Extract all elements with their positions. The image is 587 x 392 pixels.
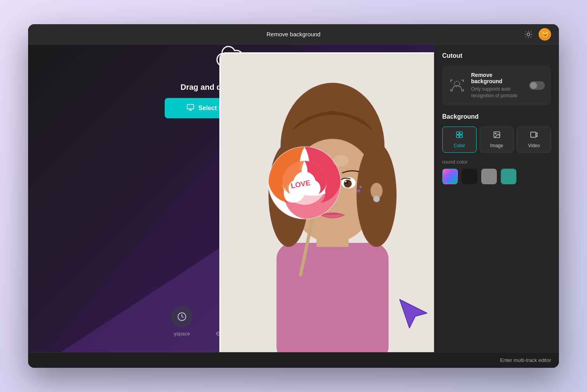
svg-rect-36	[531, 132, 536, 137]
cutout-text: Remove background Only supports auto rec…	[471, 72, 524, 99]
svg-rect-31	[460, 132, 462, 134]
bulb-icon[interactable]	[523, 29, 534, 40]
svg-rect-30	[456, 132, 459, 134]
swatch-gradient[interactable]	[442, 169, 458, 184]
video-tab-label: Video	[528, 143, 540, 148]
swatch-gray[interactable]	[481, 169, 497, 184]
toggle-thumb	[530, 82, 537, 89]
svg-rect-6	[277, 243, 389, 352]
background-tabs: Color Image	[442, 127, 551, 153]
source-item-myspace[interactable]: yspace	[171, 306, 193, 337]
color-tab-icon	[455, 131, 463, 141]
remove-bg-toggle[interactable]	[529, 81, 545, 90]
title-bar-actions: 🐱	[523, 28, 551, 41]
cutout-card: Remove background Only supports auto rec…	[442, 66, 551, 105]
photo-overlay: LOVE	[219, 52, 434, 352]
svg-point-0	[527, 33, 530, 36]
svg-rect-33	[460, 135, 462, 137]
enter-editor-label: Enter multi-track editor	[500, 357, 551, 363]
bg-tab-image[interactable]: Image	[480, 127, 514, 153]
myspace-label: yspace	[174, 331, 190, 337]
svg-point-14	[345, 181, 347, 182]
left-panel: Drag and drop a video here Select from t…	[28, 45, 434, 352]
portrait-recognition-icon	[448, 77, 466, 94]
background-section: Background Color	[442, 113, 551, 184]
swatch-teal[interactable]	[501, 169, 516, 184]
cutout-card-desc: Only supports auto recognition of portra…	[471, 86, 524, 99]
color-swatches	[442, 169, 551, 184]
main-content: Drag and drop a video here Select from t…	[28, 45, 559, 352]
cutout-card-title: Remove background	[471, 72, 524, 84]
myspace-icon	[171, 306, 193, 328]
video-tab-icon	[530, 131, 538, 141]
bg-tab-video[interactable]: Video	[517, 127, 551, 153]
title-bar-title: Remove background	[267, 31, 320, 37]
svg-point-35	[495, 133, 496, 134]
svg-point-19	[374, 196, 380, 202]
app-window: Remove background 🐱	[28, 24, 559, 368]
right-panel: Cutout Remove background Only su	[434, 45, 559, 352]
image-tab-label: Image	[490, 143, 503, 148]
portrait: LOVE	[221, 53, 434, 352]
bg-color-label: round color	[442, 159, 551, 165]
svg-point-12	[344, 180, 352, 188]
title-bar: Remove background 🐱	[28, 24, 559, 45]
background-section-title: Background	[442, 113, 551, 120]
cursor-arrow	[398, 298, 429, 329]
svg-rect-32	[456, 135, 459, 137]
monitor-icon	[187, 103, 194, 113]
svg-marker-28	[400, 299, 427, 328]
svg-rect-3	[187, 105, 194, 109]
image-tab-icon	[493, 131, 501, 141]
bg-tab-color[interactable]: Color	[442, 127, 477, 153]
color-tab-label: Color	[454, 143, 465, 148]
svg-point-27	[333, 155, 349, 167]
bottom-bar: Enter multi-track editor	[28, 352, 559, 368]
cutout-section-title: Cutout	[442, 52, 551, 59]
svg-point-26	[359, 186, 361, 188]
svg-point-25	[357, 189, 360, 192]
avatar[interactable]: 🐱	[539, 28, 551, 41]
swatch-black[interactable]	[462, 169, 477, 184]
